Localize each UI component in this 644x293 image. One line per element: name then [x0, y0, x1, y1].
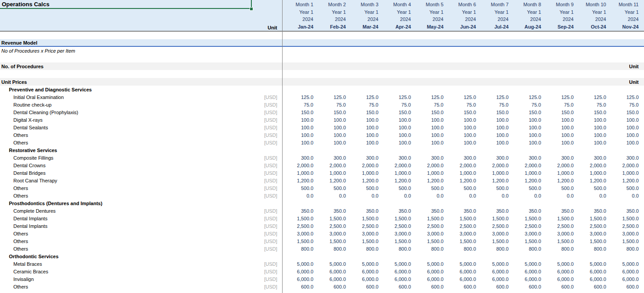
value-cell[interactable]: 600.0	[478, 284, 510, 289]
row-label[interactable]: Invisalign	[0, 276, 240, 282]
value-cell[interactable]: 6,000.0	[348, 276, 380, 282]
value-cell[interactable]: 2,000.0	[543, 163, 575, 168]
value-cell[interactable]: 100.0	[413, 140, 445, 145]
value-cell[interactable]: 100.0	[510, 132, 543, 138]
unit-cell[interactable]: [USD]	[240, 163, 283, 168]
value-cell[interactable]: 350.0	[413, 208, 445, 214]
value-cell[interactable]: 6,000.0	[315, 269, 348, 274]
value-cell[interactable]: 300.0	[380, 155, 413, 161]
month-header-cell[interactable]: Month 6Year 12024Jun-24	[445, 1, 478, 31]
value-cell[interactable]: 6,000.0	[413, 276, 445, 282]
month-header-cell[interactable]: Month 5Year 12024May-24	[413, 1, 445, 31]
value-cell[interactable]: 1,000.0	[510, 170, 543, 176]
value-cell[interactable]: 1,500.0	[478, 239, 510, 244]
value-cell[interactable]: 800.0	[608, 246, 644, 252]
value-cell[interactable]: 100.0	[380, 125, 413, 130]
row-label[interactable]: Ceramic Braces	[0, 269, 240, 274]
value-cell[interactable]: 0.0	[283, 193, 315, 198]
value-cell[interactable]: 5,000.0	[478, 261, 510, 267]
value-cell[interactable]: 100.0	[608, 132, 644, 138]
value-cell[interactable]: 2,000.0	[348, 163, 380, 168]
row-label[interactable]: Dental Implants	[0, 223, 240, 229]
value-cell[interactable]: 5,000.0	[315, 261, 348, 267]
value-cell[interactable]: 5,000.0	[510, 261, 543, 267]
value-cell[interactable]: 600.0	[380, 284, 413, 289]
value-cell[interactable]: 100.0	[543, 140, 575, 145]
value-cell[interactable]: 2,000.0	[478, 163, 510, 168]
value-cell[interactable]: 1,200.0	[348, 178, 380, 183]
value-cell[interactable]: 0.0	[348, 193, 380, 198]
value-cell[interactable]: 300.0	[478, 155, 510, 161]
value-cell[interactable]: 3,000.0	[575, 231, 608, 236]
value-cell[interactable]: 100.0	[348, 125, 380, 130]
row-label[interactable]: Metal Braces	[0, 261, 240, 267]
row-label[interactable]: Dental Cleaning (Prophylaxis)	[0, 110, 240, 115]
row-label[interactable]: Routine check-up	[0, 102, 240, 107]
value-cell[interactable]: 6,000.0	[510, 276, 543, 282]
value-cell[interactable]: 800.0	[445, 246, 478, 252]
value-cell[interactable]: 1,500.0	[575, 216, 608, 221]
value-cell[interactable]: 100.0	[315, 132, 348, 138]
unit-cell[interactable]: [USD]	[240, 125, 283, 130]
row-label[interactable]: Dental Implants	[0, 216, 240, 221]
unit-cell[interactable]: [USD]	[240, 95, 283, 100]
value-cell[interactable]: 1,500.0	[315, 239, 348, 244]
unit-cell[interactable]: [USD]	[240, 155, 283, 161]
row-label[interactable]: Dental Sealants	[0, 125, 240, 130]
row-label[interactable]: Others	[0, 231, 240, 236]
value-cell[interactable]: 1,000.0	[575, 170, 608, 176]
row-label[interactable]: Unit Prices	[0, 79, 602, 85]
value-cell[interactable]: 3,000.0	[348, 231, 380, 236]
unit-cell[interactable]: [USD]	[240, 117, 283, 123]
month-header-cell[interactable]: Month 7Year 12024Jul-24	[478, 1, 510, 31]
value-cell[interactable]: 600.0	[283, 284, 315, 289]
value-cell[interactable]: 1,500.0	[445, 216, 478, 221]
value-cell[interactable]: 800.0	[510, 246, 543, 252]
value-cell[interactable]: 100.0	[413, 125, 445, 130]
value-cell[interactable]: 0.0	[478, 193, 510, 198]
value-cell[interactable]: 2,500.0	[608, 223, 644, 229]
unit-cell[interactable]: [USD]	[240, 284, 283, 289]
value-cell[interactable]: 350.0	[315, 208, 348, 214]
value-cell[interactable]: 350.0	[283, 208, 315, 214]
value-cell[interactable]: 100.0	[543, 132, 575, 138]
value-cell[interactable]: 150.0	[348, 110, 380, 115]
value-cell[interactable]: 3,000.0	[510, 231, 543, 236]
value-cell[interactable]: 75.0	[445, 102, 478, 107]
unit-cell[interactable]: [USD]	[240, 269, 283, 274]
value-cell[interactable]: 100.0	[543, 117, 575, 123]
value-cell[interactable]: 100.0	[283, 140, 315, 145]
value-cell[interactable]: 75.0	[575, 102, 608, 107]
value-cell[interactable]: 500.0	[445, 186, 478, 191]
value-cell[interactable]: 1,000.0	[478, 170, 510, 176]
value-cell[interactable]: 5,000.0	[283, 261, 315, 267]
value-cell[interactable]: 100.0	[445, 117, 478, 123]
value-cell[interactable]: 0.0	[543, 193, 575, 198]
value-cell[interactable]: 2,500.0	[315, 223, 348, 229]
row-label[interactable]: Prosthodontics (Dentures and Implants)	[0, 201, 602, 206]
row-label[interactable]: No of Procedures x Price per Item	[0, 48, 602, 54]
value-cell[interactable]: 500.0	[413, 186, 445, 191]
value-cell[interactable]: 1,500.0	[608, 239, 644, 244]
value-cell[interactable]: 1,200.0	[315, 178, 348, 183]
value-cell[interactable]: 100.0	[478, 132, 510, 138]
row-label[interactable]: Others	[0, 246, 240, 252]
value-cell[interactable]: 150.0	[283, 110, 315, 115]
value-cell[interactable]: 1,500.0	[283, 216, 315, 221]
value-cell[interactable]: 0.0	[575, 193, 608, 198]
value-cell[interactable]: 6,000.0	[413, 269, 445, 274]
unit-cell[interactable]: [USD]	[240, 110, 283, 115]
value-cell[interactable]: 350.0	[380, 208, 413, 214]
value-cell[interactable]: 800.0	[315, 246, 348, 252]
value-cell[interactable]: 100.0	[413, 132, 445, 138]
row-label[interactable]: Initial Oral Examination	[0, 95, 240, 100]
unit-cell[interactable]: Unit	[602, 79, 644, 85]
unit-cell[interactable]: [USD]	[240, 239, 283, 244]
unit-cell[interactable]: [USD]	[240, 276, 283, 282]
value-cell[interactable]: 1,500.0	[315, 216, 348, 221]
value-cell[interactable]: 100.0	[283, 125, 315, 130]
value-cell[interactable]: 100.0	[380, 117, 413, 123]
row-label[interactable]: Preventive and Diagnostic Services	[0, 87, 602, 92]
row-label[interactable]: Others	[0, 140, 240, 145]
value-cell[interactable]: 1,200.0	[413, 178, 445, 183]
